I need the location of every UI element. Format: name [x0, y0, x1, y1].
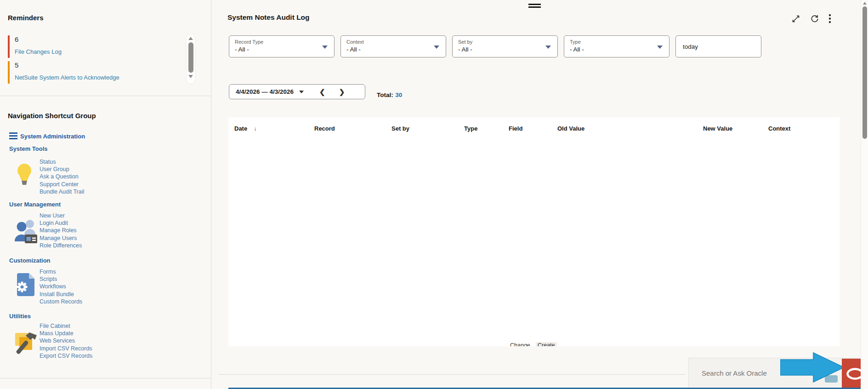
users-icon: [13, 218, 39, 245]
link-install-bundle[interactable]: Install Bundle: [40, 291, 82, 298]
sidebar-bottom-divider: [0, 378, 211, 378]
link-workflows[interactable]: Workflows: [40, 283, 82, 290]
link-bundle-audit-trail[interactable]: Bundle Audit Trail: [40, 188, 84, 195]
reminder-link-system-alerts[interactable]: NetSuite System Alerts to Acknowledge: [15, 74, 119, 81]
column-header-date[interactable]: Date↓: [234, 125, 256, 132]
column-header-set-by[interactable]: Set by: [391, 125, 409, 132]
filter-record-type[interactable]: Record Type - All -: [229, 35, 335, 57]
gear-document-icon: [15, 272, 36, 298]
page-title: System Notes Audit Log: [227, 13, 310, 22]
filters-row: Record Type - All - Context - All - Set …: [229, 35, 761, 57]
scroll-up-icon[interactable]: [863, 2, 867, 5]
link-user-group[interactable]: User Group: [40, 166, 84, 173]
column-header-new-value[interactable]: New Value: [703, 125, 732, 132]
total-label: Total:: [377, 92, 393, 98]
date-filter-input[interactable]: [675, 35, 761, 57]
section-title-user-management: User Management: [9, 201, 61, 208]
link-import-csv-records[interactable]: Import CSV Records: [40, 345, 92, 352]
chevron-down-icon: [299, 91, 304, 93]
chevron-down-icon: [657, 46, 663, 49]
reminders-scrollbar-thumb[interactable]: [188, 42, 193, 73]
scroll-up-icon[interactable]: [188, 37, 193, 40]
link-web-services[interactable]: Web Services: [40, 337, 92, 344]
link-new-user[interactable]: New User: [40, 212, 82, 219]
filter-set-by[interactable]: Set by - All -: [452, 35, 558, 57]
section-title-customization: Customization: [9, 257, 51, 264]
scroll-down-icon[interactable]: [188, 75, 193, 78]
filter-value: - All -: [570, 46, 669, 53]
chevron-down-icon: [434, 46, 439, 49]
clipped-chart-label-create: Create: [536, 342, 557, 346]
column-header-record[interactable]: Record: [314, 125, 335, 132]
reminder-link-file-changes-log[interactable]: File Changes Log: [15, 48, 62, 55]
reminders-title: Reminders: [8, 14, 44, 22]
sidebar-main-divider: [211, 0, 211, 389]
user-management-links: New User Login Audit Manage Roles Manage…: [40, 212, 82, 249]
link-ask-a-question[interactable]: Ask a Question: [40, 173, 84, 180]
filter-label: Record Type: [235, 39, 334, 45]
sort-descending-icon[interactable]: ↓: [254, 126, 256, 132]
customization-links: Forms Scripts Workflows Install Bundle C…: [40, 268, 82, 305]
link-login-audit[interactable]: Login Audit: [40, 219, 82, 227]
sidebar: Reminders 6 File Changes Log 5 NetSuite …: [0, 0, 211, 389]
hamburger-icon[interactable]: [9, 132, 17, 139]
audit-log-table: Date↓ Record Set by Type Field Old Value…: [228, 117, 840, 346]
filter-label: Type: [570, 39, 669, 45]
previous-period-button[interactable]: ❮: [319, 88, 325, 95]
link-mass-update[interactable]: Mass Update: [40, 330, 92, 337]
hammer-icon: [14, 331, 40, 356]
link-forms[interactable]: Forms: [40, 268, 82, 275]
reminder-count: 6: [15, 35, 18, 43]
chevron-down-icon: [322, 46, 328, 49]
filter-value: - All -: [458, 46, 557, 53]
kebab-menu-icon[interactable]: [828, 14, 831, 23]
page-scrollbar[interactable]: [861, 0, 868, 389]
column-header-context[interactable]: Context: [768, 125, 790, 132]
filter-value: - All -: [346, 46, 446, 53]
clipped-chart-label-change: Change: [510, 342, 530, 346]
link-manage-users[interactable]: Manage Users: [40, 235, 82, 242]
filter-context[interactable]: Context - All -: [340, 35, 446, 57]
section-title-system-tools: System Tools: [9, 145, 48, 152]
chevron-down-icon: [545, 46, 551, 49]
screen: Reminders 6 File Changes Log 5 NetSuite …: [0, 0, 868, 389]
link-export-csv-records[interactable]: Export CSV Records: [40, 352, 92, 360]
blue-arrow-pointer-icon: [780, 352, 845, 383]
column-header-old-value[interactable]: Old Value: [557, 125, 584, 132]
system-tools-links: Status User Group Ask a Question Support…: [40, 158, 84, 195]
date-range-control[interactable]: 4/4/2026 — 4/3/2026 ❮ ❯: [229, 84, 365, 99]
reminder-bar-orange: [8, 61, 10, 84]
link-role-differences[interactable]: Role Differences: [40, 242, 82, 249]
filter-type[interactable]: Type - All -: [564, 35, 669, 57]
expand-icon[interactable]: [791, 14, 800, 23]
system-administration-link[interactable]: System Administration: [20, 133, 85, 140]
total-value-link[interactable]: 30: [395, 92, 402, 98]
main-bottom-divider: [219, 374, 685, 375]
filter-value: - All -: [235, 46, 334, 53]
lightbulb-icon: [17, 163, 32, 188]
column-header-type[interactable]: Type: [464, 125, 477, 132]
utilities-links: File Cabinet Mass Update Web Services Im…: [40, 322, 92, 360]
link-manage-roles[interactable]: Manage Roles: [40, 227, 82, 234]
link-status[interactable]: Status: [40, 158, 84, 166]
link-custom-records[interactable]: Custom Records: [40, 298, 82, 305]
reminders-scrollbar[interactable]: [187, 34, 195, 84]
link-support-center[interactable]: Support Center: [40, 181, 84, 188]
page-scrollbar-thumb[interactable]: [862, 6, 867, 139]
column-header-field[interactable]: Field: [509, 125, 522, 132]
sidebar-divider: [0, 96, 211, 96]
link-file-cabinet[interactable]: File Cabinet: [40, 322, 92, 330]
link-scripts[interactable]: Scripts: [40, 275, 82, 283]
next-period-button[interactable]: ❯: [339, 88, 345, 95]
nav-shortcut-group-title: Navigation Shortcut Group: [8, 112, 96, 120]
reminder-count: 5: [15, 61, 18, 69]
filter-label: Set by: [458, 39, 557, 45]
section-title-utilities: Utilities: [9, 313, 31, 320]
reminder-bar-red: [8, 35, 10, 58]
filter-label: Context: [346, 39, 446, 45]
total-count: Total: 30: [377, 91, 402, 99]
date-range-value: 4/4/2026 — 4/3/2026: [236, 88, 294, 95]
portlet-toolbar: [791, 14, 831, 23]
portlet-drag-handle-icon[interactable]: [528, 4, 541, 9]
refresh-icon[interactable]: [810, 14, 819, 23]
